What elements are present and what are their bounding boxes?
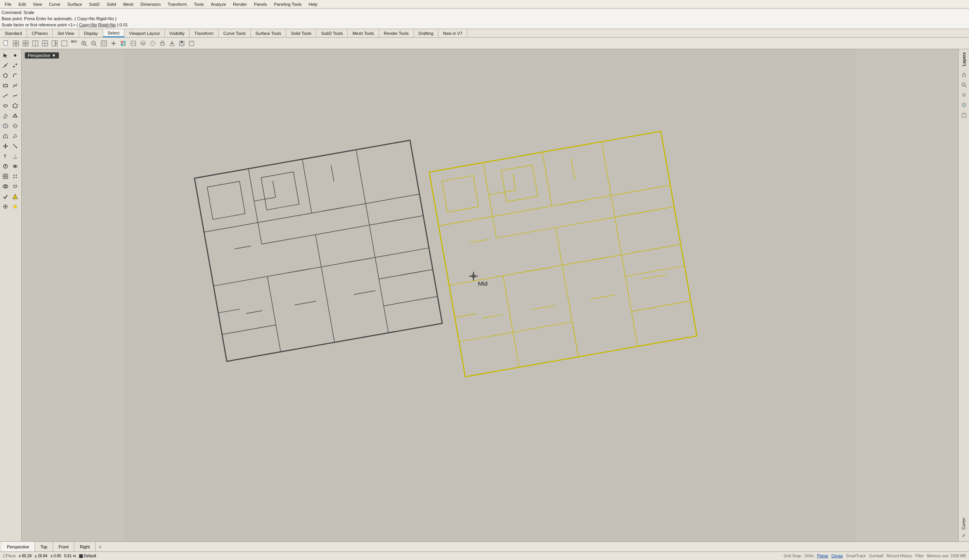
toolbar-icon-material[interactable] [148, 39, 157, 48]
tool-scale[interactable] [10, 141, 20, 151]
tab-surface-tools[interactable]: Surface Tools [251, 29, 286, 37]
tab-set-view[interactable]: Set View [53, 29, 79, 37]
command-line-3[interactable]: Scale factor or first reference point <1… [2, 22, 967, 28]
menu-item-panels[interactable]: Panels [251, 1, 270, 7]
tool-analyze[interactable] [1, 162, 10, 171]
toolbar-icon-grid2[interactable] [21, 39, 30, 48]
menu-item-render[interactable]: Render [230, 1, 250, 7]
menu-item-analyze[interactable]: Analyze [208, 1, 229, 7]
tool-rect[interactable] [1, 81, 10, 90]
tool-mesh-2[interactable] [10, 131, 20, 141]
tab-standard[interactable]: Standard [0, 29, 27, 37]
tool-visibility[interactable] [10, 162, 20, 171]
view-tab-perspective[interactable]: Perspective [2, 542, 35, 551]
tab-display[interactable]: Display [79, 29, 103, 37]
tab-transform[interactable]: Transform [190, 29, 219, 37]
tool-box[interactable] [1, 121, 10, 131]
menu-item-solid[interactable]: Solid [103, 1, 119, 7]
record-history[interactable]: Record History [886, 554, 912, 558]
viewport[interactable]: Perspective ▼ [22, 49, 958, 541]
tool-surface[interactable] [1, 111, 10, 121]
tool-point-1[interactable] [1, 61, 10, 70]
tool-point-2[interactable] [10, 61, 20, 70]
toolbar-icon-grid1[interactable] [11, 39, 21, 48]
tool-boolean[interactable] [1, 182, 10, 191]
tab-select[interactable]: Select [103, 29, 125, 37]
toolbar-icon-new[interactable] [2, 39, 11, 48]
menu-item-tools[interactable]: Tools [191, 1, 207, 7]
toolbar-icon-settings[interactable] [187, 39, 196, 48]
tab-solid-tools[interactable]: Solid Tools [286, 29, 316, 37]
osnap-status[interactable]: Osnap [831, 554, 843, 558]
tool-grid-2[interactable] [10, 172, 20, 181]
tool-select-dot[interactable] [10, 51, 20, 60]
menu-item-help[interactable]: Help [305, 1, 321, 7]
toolbar-icon-view7[interactable] [69, 39, 79, 48]
menu-item-curve[interactable]: Curve [46, 1, 63, 7]
right-panel-search[interactable] [960, 81, 968, 89]
view-tab-top[interactable]: Top [35, 542, 53, 551]
menu-item-mesh[interactable]: Mesh [120, 1, 137, 7]
tool-boolean-2[interactable] [10, 182, 20, 191]
right-panel-lock[interactable] [960, 71, 968, 79]
toolbar-icon-view5[interactable] [50, 39, 59, 48]
tab-render-tools[interactable]: Render Tools [379, 29, 414, 37]
view-tab-front[interactable]: Front [53, 542, 74, 551]
toolbar-icon-zoom-out[interactable] [89, 39, 98, 48]
tool-spline[interactable] [10, 91, 20, 100]
toolbar-icon-print[interactable] [158, 39, 167, 48]
toolbar-icon-window[interactable] [31, 39, 40, 48]
tool-polyline[interactable] [10, 81, 20, 90]
tab-visibility[interactable]: Visibility [165, 29, 190, 37]
smarttrack-status[interactable]: SmartTrack [846, 554, 866, 558]
toolbar-icon-zoom-in[interactable] [79, 39, 89, 48]
menu-item-file[interactable]: File [2, 1, 15, 7]
tool-check[interactable] [1, 192, 10, 201]
viewport-label[interactable]: Perspective ▼ [25, 52, 59, 59]
right-panel-gear[interactable] [960, 91, 968, 99]
gumball-status[interactable]: Gumball [869, 554, 883, 558]
grid-snap[interactable]: Grid Snap [784, 554, 801, 558]
toolbar-icon-ortho[interactable] [129, 39, 138, 48]
tab-new-v7[interactable]: New in V7 [438, 29, 467, 37]
tool-circle[interactable] [1, 71, 10, 80]
menu-item-view[interactable]: View [30, 1, 45, 7]
toolbar-icon-view6[interactable] [60, 39, 69, 48]
tool-select-arrow[interactable] [1, 51, 10, 60]
tool-snappy[interactable] [1, 202, 10, 211]
tool-text[interactable]: T [1, 152, 10, 161]
toolbar-icon-4view[interactable] [40, 39, 50, 48]
toolbar-icon-save[interactable] [177, 39, 186, 48]
tool-polygon[interactable] [10, 101, 20, 110]
tool-annotation[interactable] [10, 152, 20, 161]
tool-surface-2[interactable] [10, 111, 20, 121]
ortho-status[interactable]: Ortho [804, 554, 814, 558]
tool-freehand[interactable] [1, 91, 10, 100]
filter-status[interactable]: Filter [915, 554, 924, 558]
tool-mesh[interactable] [1, 131, 10, 141]
tab-mesh-tools[interactable]: Mesh Tools [348, 29, 379, 37]
view-tab-add[interactable]: + [96, 543, 105, 551]
toolbar-icon-layer[interactable] [138, 39, 148, 48]
tool-grid-1[interactable] [1, 172, 10, 181]
tool-arc[interactable] [10, 71, 20, 80]
menu-item-surface[interactable]: Surface [64, 1, 85, 7]
toolbar-icon-axes[interactable] [109, 39, 118, 48]
menu-item-paneling[interactable]: Paneling Tools [271, 1, 305, 7]
tab-drafting[interactable]: Drafting [414, 29, 439, 37]
planar-status[interactable]: Planar [817, 554, 828, 558]
tab-cplanes[interactable]: CPlanes [27, 29, 53, 37]
tool-check-2[interactable]: ! [10, 192, 20, 201]
right-panel-clipboard[interactable] [960, 111, 968, 119]
view-tab-right[interactable]: Right [74, 542, 96, 551]
tool-star[interactable] [10, 202, 20, 211]
menu-item-dimension[interactable]: Dimension [138, 1, 164, 7]
toolbar-icon-grid-toggle[interactable] [99, 39, 109, 48]
toolbar-icon-color[interactable] [119, 39, 128, 48]
tab-subd-tools[interactable]: SubD Tools [316, 29, 348, 37]
tool-ellipse[interactable] [1, 101, 10, 110]
tool-move[interactable] [1, 141, 10, 151]
menu-item-transform[interactable]: Transform [165, 1, 190, 7]
tool-sphere[interactable] [10, 121, 20, 131]
tab-viewport-layout[interactable]: Viewport Layout [124, 29, 165, 37]
